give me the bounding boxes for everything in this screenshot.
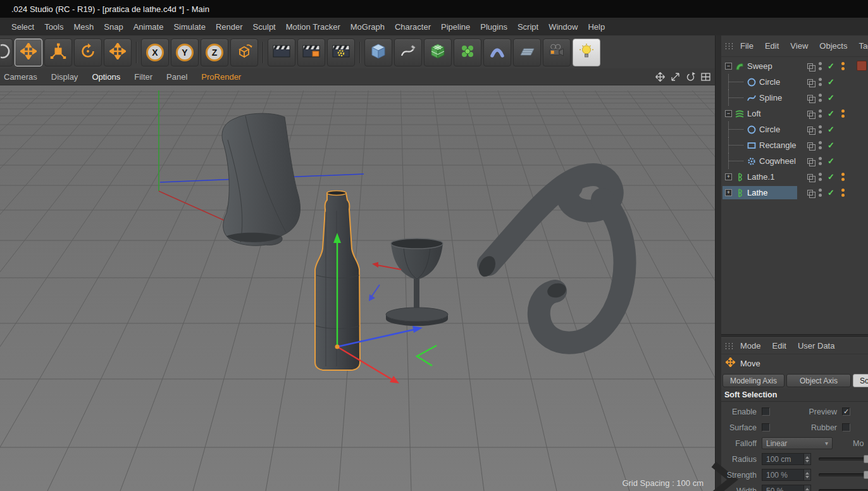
- menu-item-select[interactable]: Select: [6, 22, 39, 32]
- viewport-menu-filter[interactable]: Filter: [127, 72, 159, 82]
- tree-row-lathe1[interactable]: Lathe.1: [721, 169, 868, 185]
- layer-icon[interactable]: [807, 174, 813, 180]
- object-name[interactable]: Sweep: [747, 61, 772, 71]
- radius-slider[interactable]: [819, 457, 868, 461]
- visibility-dots[interactable]: [819, 94, 822, 102]
- falloff-dropdown[interactable]: Linear: [762, 437, 833, 449]
- surface-checkbox[interactable]: [762, 423, 770, 432]
- visibility-dots[interactable]: [819, 62, 822, 70]
- om-menu-tags[interactable]: Tags: [853, 41, 868, 51]
- menu-item-help[interactable]: Help: [583, 22, 610, 32]
- viewport-menu-prorender[interactable]: ProRender: [194, 72, 248, 82]
- om-menu-view[interactable]: View: [784, 41, 814, 51]
- tag-dots-icon[interactable]: [841, 189, 845, 197]
- menu-item-motion-tracker[interactable]: Motion Tracker: [281, 22, 345, 32]
- layer-icon[interactable]: [807, 95, 813, 101]
- enabled-check-icon[interactable]: [827, 61, 835, 71]
- tree-row-lathe-selected[interactable]: Lathe: [721, 185, 868, 201]
- viewport-3d[interactable]: Grid Spacing : 100 cm: [0, 85, 715, 491]
- object-name[interactable]: Rectangle: [759, 140, 797, 150]
- menu-item-pipeline[interactable]: Pipeline: [436, 22, 475, 32]
- menu-item-animate[interactable]: Animate: [128, 22, 169, 32]
- object-name[interactable]: Lathe.1: [747, 172, 774, 182]
- tree-row-rectangle[interactable]: Rectangle: [721, 137, 868, 153]
- am-menu-edit[interactable]: Edit: [767, 341, 792, 351]
- menu-item-plugins[interactable]: Plugins: [475, 22, 512, 32]
- coordinate-system-button[interactable]: [230, 39, 258, 66]
- visibility-dots[interactable]: [819, 173, 822, 181]
- object-name[interactable]: Lathe: [747, 188, 768, 197]
- layer-icon[interactable]: [807, 158, 813, 164]
- strength-field[interactable]: 100 %: [762, 469, 811, 481]
- light-button[interactable]: [573, 39, 600, 66]
- move-tool-button[interactable]: [15, 39, 42, 66]
- preview-checkbox[interactable]: [842, 407, 850, 416]
- om-menu-edit[interactable]: Edit: [759, 41, 784, 51]
- tab-modeling-axis[interactable]: Modeling Axis: [722, 374, 784, 387]
- tree-row-circle[interactable]: Circle: [721, 74, 868, 90]
- scale-tool-button[interactable]: [44, 39, 72, 66]
- menu-item-sculpt[interactable]: Sculpt: [248, 22, 281, 32]
- visibility-dots[interactable]: [819, 109, 822, 118]
- layer-icon[interactable]: [807, 190, 813, 196]
- enabled-check-icon[interactable]: [827, 172, 835, 182]
- tag-dots-icon[interactable]: [841, 62, 845, 70]
- menu-item-mograph[interactable]: MoGraph: [345, 22, 390, 32]
- am-menu-mode[interactable]: Mode: [735, 341, 767, 351]
- tag-dots-icon[interactable]: [841, 109, 845, 118]
- layer-icon[interactable]: [807, 111, 813, 116]
- x-axis-lock-button[interactable]: X: [141, 39, 169, 66]
- viewport-menu-panel[interactable]: Panel: [159, 72, 194, 82]
- visibility-dots[interactable]: [819, 78, 822, 86]
- object-name[interactable]: Cogwheel: [759, 156, 796, 166]
- section-header[interactable]: Soft Selection: [721, 388, 868, 402]
- enabled-check-icon[interactable]: [827, 77, 835, 87]
- primitive-cube-button[interactable]: [364, 39, 392, 66]
- viewport-menu-options[interactable]: Options: [85, 72, 127, 82]
- enabled-check-icon[interactable]: [827, 109, 835, 118]
- floor-button[interactable]: [513, 39, 541, 66]
- tree-row-sweep[interactable]: Sweep: [721, 58, 868, 74]
- rotate-tool-button[interactable]: [74, 39, 102, 66]
- expand-toggle[interactable]: [725, 173, 732, 180]
- expand-toggle[interactable]: [725, 189, 732, 196]
- viewport-menu-display[interactable]: Display: [44, 72, 85, 82]
- object-name[interactable]: Circle: [759, 77, 780, 87]
- stepper-arrows[interactable]: [803, 485, 810, 491]
- menu-item-window[interactable]: Window: [543, 22, 583, 32]
- stepper-arrows[interactable]: [803, 454, 810, 464]
- viewport-menu-cameras[interactable]: Cameras: [0, 72, 44, 82]
- enabled-check-icon[interactable]: [827, 93, 835, 103]
- visibility-dots[interactable]: [819, 125, 822, 134]
- layer-icon[interactable]: [807, 142, 813, 148]
- tree-row-spline[interactable]: Spline: [721, 90, 868, 106]
- expand-toggle[interactable]: [725, 63, 732, 70]
- deformer-button[interactable]: [483, 39, 511, 66]
- strength-slider[interactable]: [819, 473, 868, 476]
- panel-grip-icon[interactable]: [724, 42, 733, 50]
- visibility-dots[interactable]: [819, 189, 822, 197]
- enable-checkbox[interactable]: [762, 407, 770, 416]
- slider-handle[interactable]: [864, 471, 868, 479]
- render-to-picture-viewer-button[interactable]: [297, 39, 325, 66]
- rotate-view-icon[interactable]: [685, 71, 696, 82]
- panel-grip-icon[interactable]: [724, 342, 733, 350]
- object-name[interactable]: Loft: [747, 109, 761, 118]
- expand-toggle[interactable]: [725, 110, 732, 117]
- stepper-arrows[interactable]: [803, 469, 810, 480]
- enabled-check-icon[interactable]: [827, 125, 835, 134]
- menu-item-simulate[interactable]: Simulate: [168, 22, 211, 32]
- panel-splitter[interactable]: [715, 35, 721, 491]
- object-name[interactable]: Spline: [759, 93, 782, 103]
- visibility-dots[interactable]: [819, 157, 822, 165]
- layer-icon[interactable]: [807, 127, 813, 132]
- tree-row-cogwheel[interactable]: Cogwheel: [721, 153, 868, 169]
- om-menu-objects[interactable]: Objects: [814, 41, 853, 51]
- tag-dots-icon[interactable]: [841, 173, 845, 181]
- menu-item-character[interactable]: Character: [390, 22, 436, 32]
- undo-button[interactable]: [0, 39, 13, 66]
- z-axis-lock-button[interactable]: Z: [201, 39, 228, 66]
- goblet-object[interactable]: [386, 239, 448, 326]
- subdivision-surface-button[interactable]: [424, 39, 452, 66]
- width-field[interactable]: 50 %: [762, 485, 811, 491]
